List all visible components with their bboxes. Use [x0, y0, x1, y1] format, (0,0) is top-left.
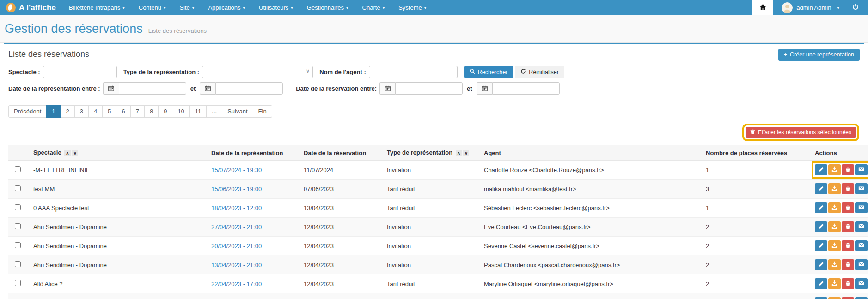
page-4-link[interactable]: 4 [88, 105, 103, 118]
brand[interactable]: A l'affiche [0, 0, 62, 15]
edit-button[interactable] [815, 240, 827, 251]
email-button[interactable] [855, 221, 868, 232]
nav-item-gestionnaires[interactable]: Gestionnaires▾ [300, 0, 355, 15]
delete-button[interactable] [842, 183, 854, 194]
date-reservation-to-input[interactable] [492, 82, 560, 95]
create-representation-button[interactable]: + Créer une représentation [778, 49, 860, 61]
delete-selected-button[interactable]: Effacer les réservations sélectionnées [746, 127, 856, 138]
reset-button[interactable]: Réinitialiser [515, 66, 564, 78]
delete-button[interactable] [842, 259, 854, 270]
delete-button[interactable] [842, 278, 854, 289]
sort-desc-icon[interactable]: ∨ [72, 150, 78, 156]
representation-date-link[interactable]: 22/04/2023 - 17:00 [211, 280, 262, 287]
nav-item-charte[interactable]: Charte▾ [355, 0, 392, 15]
export-button[interactable] [828, 259, 841, 270]
edit-button[interactable] [815, 183, 827, 194]
sort-asc-icon[interactable]: ∧ [456, 150, 462, 156]
nav-item-syst-me[interactable]: Système▾ [391, 0, 433, 15]
delete-button[interactable] [842, 202, 854, 213]
representation-date-link[interactable]: 13/04/2023 - 21:00 [211, 262, 262, 268]
date-representation-from-input[interactable] [119, 82, 186, 95]
date-representation-to-input[interactable] [215, 82, 283, 95]
nav-item-billetterie-intraparis[interactable]: Billetterie Intraparis▾ [62, 0, 132, 15]
page-7: 7 [131, 105, 145, 118]
user-menu[interactable]: admin Admin ▾ [773, 0, 848, 15]
row-checkbox[interactable] [15, 185, 21, 191]
row-checkbox[interactable] [15, 261, 21, 267]
page-8-link[interactable]: 8 [144, 105, 159, 118]
export-button[interactable] [828, 221, 841, 232]
top-navbar: A l'affiche Billetterie Intraparis▾Conte… [0, 0, 868, 15]
calendar-icon[interactable] [379, 82, 395, 95]
row-checkbox[interactable] [15, 166, 21, 172]
email-button[interactable] [855, 297, 868, 299]
representation-date-link[interactable]: 20/04/2023 - 21:00 [211, 243, 262, 249]
page-next-link[interactable]: Suivant [222, 105, 253, 118]
delete-button[interactable] [842, 164, 854, 175]
type-select[interactable] [202, 66, 313, 78]
edit-button[interactable] [815, 221, 827, 232]
export-button[interactable] [828, 183, 841, 194]
row-checkbox[interactable] [15, 204, 21, 210]
representation-date-link[interactable]: 18/04/2023 - 12:00 [211, 205, 262, 212]
page-6-link[interactable]: 6 [116, 105, 130, 118]
edit-button[interactable] [815, 297, 827, 299]
page-11-link[interactable]: 11 [189, 105, 207, 118]
calendar-icon[interactable] [477, 82, 492, 95]
edit-button[interactable] [815, 259, 827, 270]
edit-button[interactable] [815, 278, 827, 289]
delete-button[interactable] [842, 221, 854, 232]
home-button[interactable] [752, 0, 773, 15]
row-checkbox[interactable] [15, 280, 21, 286]
nav-item-contenu[interactable]: Contenu▾ [132, 0, 173, 15]
date-reservation-from-input[interactable] [395, 82, 463, 95]
spectacle-input[interactable] [43, 66, 117, 78]
logout-button[interactable] [848, 0, 868, 15]
page-10-link[interactable]: 10 [172, 105, 189, 118]
nav-item-applications[interactable]: Applications▾ [201, 0, 252, 15]
email-button[interactable] [855, 202, 868, 213]
delete-button[interactable] [842, 297, 854, 299]
export-button[interactable] [828, 164, 841, 175]
download-icon [831, 204, 837, 212]
email-button[interactable] [855, 240, 868, 251]
agent-input[interactable] [369, 66, 458, 78]
refresh-icon [520, 69, 526, 75]
nav-item-site[interactable]: Site▾ [172, 0, 201, 15]
email-button[interactable] [855, 183, 868, 194]
cell-date-reservation: 12/04/2023 [300, 237, 383, 255]
email-button[interactable] [855, 164, 868, 175]
page-1-link[interactable]: 1 [46, 105, 61, 118]
page-ellipsis-link[interactable]: ... [206, 105, 222, 118]
export-button[interactable] [828, 240, 841, 251]
nav-item-utilisateurs[interactable]: Utilisateurs▾ [252, 0, 300, 15]
reset-button-label: Réinitialiser [529, 69, 559, 75]
delete-button[interactable] [842, 240, 854, 251]
export-button[interactable] [828, 202, 841, 213]
calendar-icon[interactable] [200, 82, 215, 95]
search-button[interactable]: Rechercher [464, 66, 513, 78]
edit-button[interactable] [815, 164, 827, 175]
page-3-link[interactable]: 3 [74, 105, 89, 118]
page-7-link[interactable]: 7 [130, 105, 145, 118]
representation-date-link[interactable]: 15/07/2024 - 19:30 [211, 167, 262, 174]
row-checkbox[interactable] [15, 223, 21, 229]
email-button[interactable] [855, 278, 868, 289]
cell-spectacle: test MM [30, 180, 208, 199]
page-9-link[interactable]: 9 [158, 105, 172, 118]
page-last-link[interactable]: Fin [253, 105, 272, 118]
cell-date-representation: 27/04/2023 - 21:00 [208, 218, 300, 237]
sort-asc-icon[interactable]: ∧ [64, 150, 70, 156]
email-button[interactable] [855, 259, 868, 270]
page-5-link[interactable]: 5 [102, 105, 116, 118]
edit-button[interactable] [815, 202, 827, 213]
row-checkbox[interactable] [15, 242, 21, 248]
calendar-icon[interactable] [103, 82, 119, 95]
page-2-link[interactable]: 2 [61, 105, 75, 118]
export-button[interactable] [828, 278, 841, 289]
representation-date-link[interactable]: 27/04/2023 - 21:00 [211, 224, 262, 230]
sort-desc-icon[interactable]: ∨ [463, 150, 469, 156]
representation-date-link[interactable]: 15/06/2023 - 19:00 [211, 186, 262, 193]
page-previous-link[interactable]: Précédent [8, 105, 47, 118]
export-button[interactable] [828, 297, 841, 299]
